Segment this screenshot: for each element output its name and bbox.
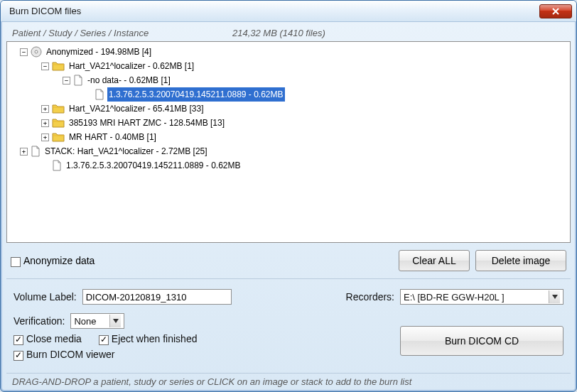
tree-node[interactable]: +Hart_VA21^localizer - 65.41MB [33] [10,102,567,116]
page-icon [73,75,83,86]
verification-select[interactable]: None [70,313,124,329]
recorders-select[interactable]: E:\ [BD-RE GGW-H20L ] [400,289,563,305]
mid-controls: Anonymize data Clear ALL Delete image [6,243,571,274]
collapse-icon[interactable]: − [20,48,28,56]
titlebar[interactable]: Burn DICOM files [1,1,576,22]
burn-viewer-label: Burn DICOM viewer [26,349,114,360]
close-media-checkbox[interactable] [14,335,23,345]
delete-image-button[interactable]: Delete image [475,250,566,271]
statusbar: DRAG-AND-DROP a patient, study or series… [6,373,571,391]
collapse-icon[interactable]: − [63,77,70,85]
tree-node-label: Anonymized - 194.98MB [4] [45,45,153,59]
tree-node[interactable]: 1.3.76.2.5.3.20070419.145211.0889 - 0.62… [10,158,567,173]
volume-label-input[interactable] [82,289,232,305]
folder-icon [52,104,65,114]
tree-node[interactable]: −-no data- - 0.62MB [1] [10,73,567,87]
chevron-down-icon [549,290,560,303]
anonymize-label: Anonymize data [23,255,95,266]
window-title: Burn DICOM files [9,6,539,16]
page-icon [31,146,41,157]
list-header: Patient / Study / Series / Instance 214,… [6,26,571,41]
tree-node-label: MR HART - 0.40MB [1] [68,130,158,144]
window: Burn DICOM files Patient / Study / Serie… [0,0,577,392]
folder-icon [52,132,65,142]
breadcrumb: Patient / Study / Series / Instance [12,28,232,38]
tree-node[interactable]: 1.3.76.2.5.3.20070419.145211.0889 - 0.62… [10,87,567,102]
folder-icon [52,118,65,128]
tree-node[interactable]: −Anonymized - 194.98MB [4] [10,45,567,59]
tree-node-label: -no data- - 0.62MB [1] [86,73,172,87]
recorders-value: E:\ [BD-RE GGW-H20L ] [404,292,505,303]
burn-viewer-checkbox[interactable] [14,351,23,361]
eject-label: Eject when finished [112,333,198,344]
volume-label-label: Volume Label: [14,291,77,303]
burn-options: Volume Label: Recorders: E:\ [BD-RE GGW-… [6,279,571,373]
tree-node[interactable]: +STACK: Hart_VA21^localizer - 2.72MB [25… [10,144,567,158]
folder-icon [52,61,65,71]
expand-icon[interactable]: + [20,148,28,156]
close-media-label: Close media [26,333,82,344]
expand-icon[interactable]: + [41,119,49,127]
eject-checkbox[interactable] [99,335,109,345]
tree-node-label: 1.3.76.2.5.3.20070419.145211.0889 - 0.62… [65,158,242,173]
expand-icon[interactable]: + [41,105,49,113]
tree-view[interactable]: −Anonymized - 194.98MB [4]−Hart_VA21^loc… [6,41,571,243]
close-button[interactable] [539,4,572,18]
recorders-label: Recorders: [346,291,394,303]
content-area: Patient / Study / Series / Instance 214,… [1,22,576,391]
page-icon [52,160,62,171]
tree-node-label: 385193 MRI HART ZMC - 128.54MB [13] [68,116,226,130]
clear-all-button[interactable]: Clear ALL [399,250,470,271]
anonymize-checkbox[interactable] [11,257,21,267]
verification-label: Verification: [14,315,65,327]
chevron-down-icon [109,315,121,327]
tree-node[interactable]: −Hart_VA21^localizer - 0.62MB [1] [10,59,567,73]
cd-icon [31,46,42,58]
expand-icon[interactable]: + [41,134,49,141]
tree-node-label: Hart_VA21^localizer - 65.41MB [33] [68,102,205,116]
svg-point-1 [35,50,38,53]
tree-node-label: STACK: Hart_VA21^localizer - 2.72MB [25] [43,144,209,158]
tree-node[interactable]: +385193 MRI HART ZMC - 128.54MB [13] [10,116,567,130]
close-icon [551,8,560,15]
page-icon [95,89,104,100]
collapse-icon[interactable]: − [41,62,49,70]
tree-node-label: Hart_VA21^localizer - 0.62MB [1] [68,59,195,73]
tree-node[interactable]: +MR HART - 0.40MB [1] [10,130,567,144]
tree-node-label: 1.3.76.2.5.3.20070419.145211.0889 - 0.62… [107,87,285,102]
burn-cd-button[interactable]: Burn DICOM CD [400,326,563,356]
verification-value: None [74,316,96,327]
size-summary: 214,32 MB (1410 files) [232,28,325,38]
